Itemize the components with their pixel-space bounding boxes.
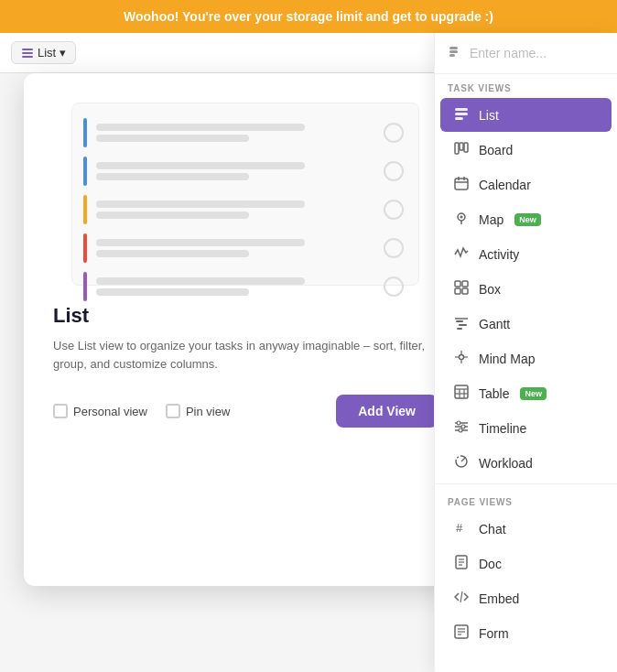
- search-icon: [448, 44, 462, 62]
- doc-icon: [453, 555, 470, 572]
- preview-line: [96, 201, 305, 208]
- menu-item-table-label: Table: [479, 386, 509, 401]
- preview-row: [83, 272, 404, 301]
- menu-item-chat[interactable]: # Chat: [440, 512, 612, 546]
- view-dropdown-panel: TASK VIEWS List Board: [434, 33, 617, 672]
- menu-item-doc[interactable]: Doc: [440, 547, 612, 580]
- preview-row: [83, 233, 404, 263]
- svg-rect-21: [455, 288, 460, 294]
- modal-title: List: [53, 304, 438, 328]
- chat-icon: #: [453, 520, 470, 537]
- menu-item-timeline[interactable]: Timeline: [440, 411, 612, 445]
- personal-view-group[interactable]: Personal view: [53, 404, 147, 418]
- menu-item-workload[interactable]: Workload: [440, 446, 612, 480]
- svg-rect-22: [462, 288, 468, 294]
- preview-line: [96, 277, 305, 285]
- menu-item-gantt[interactable]: Gantt: [440, 307, 612, 341]
- preview-circle: [384, 161, 404, 181]
- view-search-input[interactable]: [470, 46, 604, 60]
- menu-item-calendar[interactable]: Calendar: [440, 168, 612, 201]
- menu-item-box[interactable]: Box: [440, 272, 612, 306]
- menu-item-mindmap-label: Mind Map: [479, 352, 535, 366]
- banner-text: Woohoo! You're over your storage limit a…: [124, 9, 493, 24]
- svg-point-41: [461, 425, 465, 428]
- task-views-label: TASK VIEWS: [435, 74, 617, 97]
- menu-item-table[interactable]: Table New: [440, 376, 612, 410]
- menu-item-board[interactable]: Board: [440, 133, 612, 167]
- embed-icon: [453, 590, 470, 607]
- preview-row: [83, 157, 404, 186]
- modal-footer: Personal view Pin view Add View: [53, 395, 438, 428]
- menu-item-form[interactable]: Form: [440, 616, 612, 650]
- svg-rect-3: [449, 47, 458, 49]
- svg-rect-9: [455, 143, 459, 154]
- menu-item-embed[interactable]: Embed: [440, 581, 612, 615]
- menu-item-activity[interactable]: Activity: [440, 237, 612, 271]
- map-new-badge: New: [514, 213, 541, 226]
- pin-view-checkbox[interactable]: [166, 404, 180, 418]
- board-icon: [453, 141, 470, 158]
- preview-circle: [384, 238, 404, 258]
- svg-rect-6: [455, 108, 468, 111]
- svg-line-49: [460, 591, 462, 602]
- svg-rect-8: [455, 117, 463, 120]
- svg-rect-2: [22, 56, 33, 58]
- add-view-button[interactable]: Add View: [336, 395, 438, 428]
- search-box: [435, 33, 617, 74]
- preview-line: [96, 124, 305, 131]
- svg-rect-25: [459, 324, 467, 326]
- menu-item-gantt-label: Gantt: [479, 317, 510, 331]
- svg-rect-19: [455, 281, 460, 287]
- preview-line: [96, 239, 305, 246]
- svg-rect-5: [449, 54, 455, 57]
- svg-point-17: [460, 216, 463, 219]
- menu-item-calendar-label: Calendar: [479, 178, 531, 192]
- map-icon: [453, 211, 470, 228]
- list-icon: [453, 106, 470, 124]
- list-view-button[interactable]: List ▾: [11, 41, 76, 64]
- preview-area: [24, 73, 467, 304]
- svg-rect-10: [460, 143, 463, 150]
- menu-item-map[interactable]: Map New: [440, 202, 612, 236]
- pin-view-group[interactable]: Pin view: [166, 404, 230, 418]
- svg-point-40: [457, 421, 460, 425]
- svg-rect-0: [22, 49, 33, 50]
- svg-rect-32: [455, 385, 468, 398]
- svg-rect-24: [456, 320, 463, 322]
- svg-text:#: #: [456, 521, 463, 535]
- list-view-modal: List Use List view to organize your task…: [24, 73, 467, 586]
- activity-icon: [453, 245, 470, 263]
- preview-box: [71, 103, 419, 286]
- modal-content: List Use List view to organize your task…: [24, 304, 467, 450]
- preview-lines: [96, 239, 374, 257]
- preview-circle: [384, 276, 404, 297]
- menu-item-list[interactable]: List: [440, 98, 612, 132]
- storage-banner: Woohoo! You're over your storage limit a…: [0, 0, 617, 33]
- table-icon: [453, 385, 470, 402]
- menu-item-doc-label: Doc: [479, 557, 502, 571]
- svg-line-43: [461, 458, 465, 461]
- gantt-icon: [453, 315, 470, 332]
- preview-lines: [96, 201, 374, 219]
- svg-rect-12: [455, 179, 468, 190]
- personal-view-checkbox[interactable]: [53, 404, 68, 418]
- box-icon: [453, 280, 470, 298]
- svg-point-27: [460, 355, 464, 360]
- menu-item-board-label: Board: [479, 143, 513, 157]
- menu-item-form-label: Form: [479, 626, 509, 641]
- svg-rect-26: [457, 328, 462, 330]
- preview-lines: [96, 124, 374, 142]
- preview-row: [83, 195, 404, 224]
- table-new-badge: New: [520, 387, 547, 400]
- preview-line: [96, 211, 249, 219]
- mindmap-icon: [453, 350, 470, 367]
- menu-item-map-label: Map: [479, 212, 503, 227]
- menu-item-mindmap[interactable]: Mind Map: [440, 341, 612, 375]
- topbar-list-label: List: [38, 46, 56, 60]
- preview-color-bar: [83, 272, 87, 301]
- topbar-dropdown-arrow: ▾: [60, 46, 66, 60]
- menu-item-embed-label: Embed: [479, 591, 519, 606]
- topbar: List ▾: [0, 33, 467, 73]
- svg-rect-1: [22, 52, 33, 54]
- preview-line: [96, 162, 305, 169]
